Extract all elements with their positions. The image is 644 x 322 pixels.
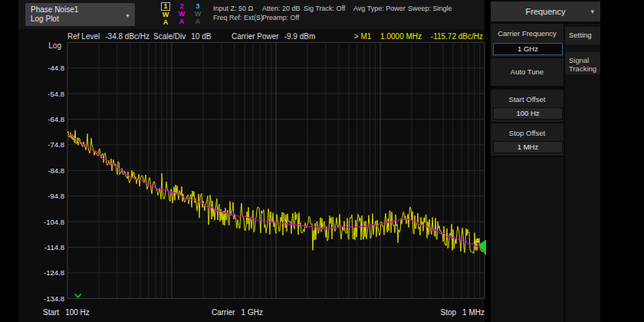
x-axis-stop-label: Stop1 MHz [441,308,485,317]
measurement-subtitle: Log Plot [31,15,123,24]
trace-write-mode: W [158,11,173,18]
x-axis-start-label: Start100 Hz [43,308,90,317]
trace-indicators[interactable]: 1WA2WA3WA [140,2,190,28]
panel-tab-setting[interactable]: Setting [565,27,600,44]
trace-detector: A [174,18,189,25]
top-toolbar: Phase Noise1 Log Plot ▼ 1WA2WA3WA Input … [18,0,485,29]
measurement-selector-button[interactable]: Phase Noise1 Log Plot ▼ [25,3,135,26]
panel-title: Frequency [526,7,566,16]
trace-detector: A [190,18,205,25]
marker-m1-number: 1 [476,237,480,244]
panel-tab-signal-tracking[interactable]: Signal Tracking [565,52,600,74]
x-axis-carrier-label: Carrier1 GHz [212,308,263,317]
toolbar-info-item: Avg Type: Power [353,4,406,13]
panel-title-bar[interactable]: Frequency ▾ [491,2,600,21]
trace-1-indicator[interactable]: 1WA [158,2,173,26]
start-marker-chevron-icon [75,294,81,297]
phase-noise-chart: 1 [18,34,491,311]
trace-number: 2 [174,2,189,10]
panel-empty-area [491,157,564,322]
toolbar-info-item: Sig Track: Off [304,4,345,13]
trace-number: 1 [158,2,173,11]
trace-3-indicator[interactable]: 3WA [190,2,205,25]
analyzer-screen: Phase Noise1 Log Plot ▼ 1WA2WA3WA Input … [0,0,644,322]
measurement-title: Phase Noise1 [31,5,123,15]
carrier-frequency-value[interactable]: 1 GHz [493,43,563,55]
toolbar-info-item: Input Z: 50 ΩFreq Ref: Ext(S) [213,4,263,22]
toolbar-info-item: Atten: 20 dBPreamp: Off [262,4,301,22]
trace-write-mode: W [190,10,205,18]
chevron-down-icon: ▼ [125,12,130,21]
trace-number: 3 [190,2,205,10]
trace-write-mode: W [174,10,189,18]
stop-offset-value[interactable]: 1 MHz [493,141,563,153]
trace-2-indicator[interactable]: 2WA [174,2,189,25]
start-offset-value[interactable]: 100 Hz [493,107,563,120]
trace-detector: A [158,18,173,26]
chevron-down-icon: ▾ [590,2,594,21]
toolbar-info-item: Sweep: Single [408,4,452,13]
auto-tune-button[interactable]: Auto Tune [491,58,564,86]
